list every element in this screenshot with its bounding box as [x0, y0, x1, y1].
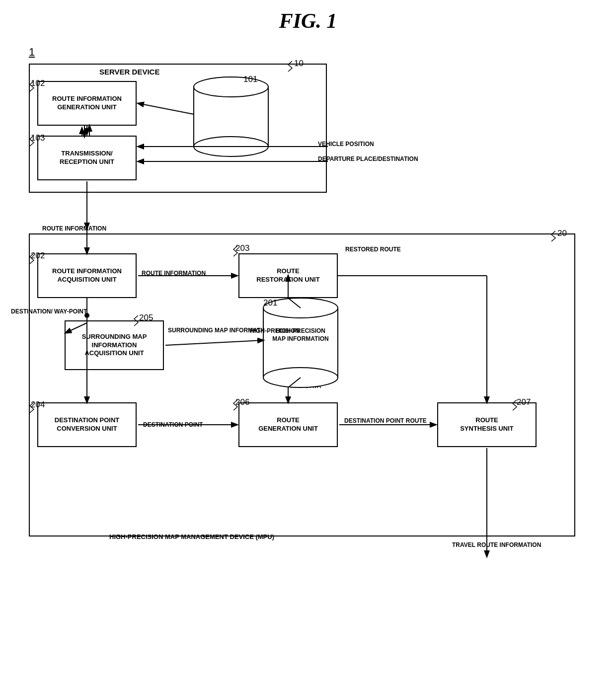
label-travel-route: TRAVEL ROUTE INFORMATION [452, 541, 541, 548]
hpm-device-label: HIGH-PRECISION MAP MANAGEMENT DEVICE (MP… [109, 533, 274, 540]
fig-title: FIG. 1 [0, 9, 616, 33]
label-surrounding-map-info: SURROUNDING MAP INFORMATION [168, 327, 271, 334]
label-vehicle-position: VEHICLE POSITION [318, 141, 374, 148]
diagram-container: FIG. 1 1 SERVER DEVICE 10 ROUTE INFORMAT… [0, 0, 616, 689]
ref-20: 20 [557, 229, 567, 238]
label-destination-point: DESTINATION POINT [143, 421, 203, 428]
box-surrounding-map: SURROUNDING MAP INFORMATION ACQUISITION … [65, 320, 164, 370]
label-route-info-in: ROUTE INFORMATION [142, 270, 206, 277]
ref-102: 102 [31, 78, 45, 88]
server-device-label: SERVER DEVICE [99, 68, 159, 76]
box-dest-point-conv: DESTINATION POINT CONVERSION UNIT [37, 402, 137, 447]
ref-202: 202 [31, 251, 45, 261]
label-map-data-1: MAP DATA [291, 303, 321, 310]
box-route-synthesis: ROUTE SYNTHESIS UNIT [437, 402, 537, 447]
ref-206: 206 [235, 397, 249, 407]
ref-203: 203 [235, 243, 249, 253]
label-destination-waypoint: DESTINATION/ WAY-POINT [11, 308, 87, 315]
ref-207: 207 [517, 397, 531, 407]
label-restored-route: RESTORED ROUTE [345, 246, 401, 253]
box-route-info-gen: ROUTE INFORMATION GENERATION UNIT [37, 81, 137, 126]
label-departure-destination: DEPARTURE PLACE/DESTINATION [318, 155, 418, 162]
label-map-data-2: MAP DATA [291, 383, 321, 389]
label-dest-point-route: DESTINATION POINT ROUTE [344, 417, 427, 424]
ref-205: 205 [139, 313, 153, 323]
ref-103: 103 [31, 133, 45, 143]
label-route-info-out: ROUTE INFORMATION [42, 225, 106, 232]
label-1: 1 [29, 46, 35, 59]
box-route-restoration: ROUTE RESTORATION UNIT [238, 253, 338, 298]
box-route-gen: ROUTE GENERATION UNIT [238, 402, 338, 447]
box-route-info-acq: ROUTE INFORMATION ACQUISITION UNIT [37, 253, 137, 298]
box-transmission: TRANSMISSION/ RECEPTION UNIT [37, 136, 137, 180]
ref-204: 204 [31, 400, 45, 410]
ref-10: 10 [294, 59, 304, 69]
